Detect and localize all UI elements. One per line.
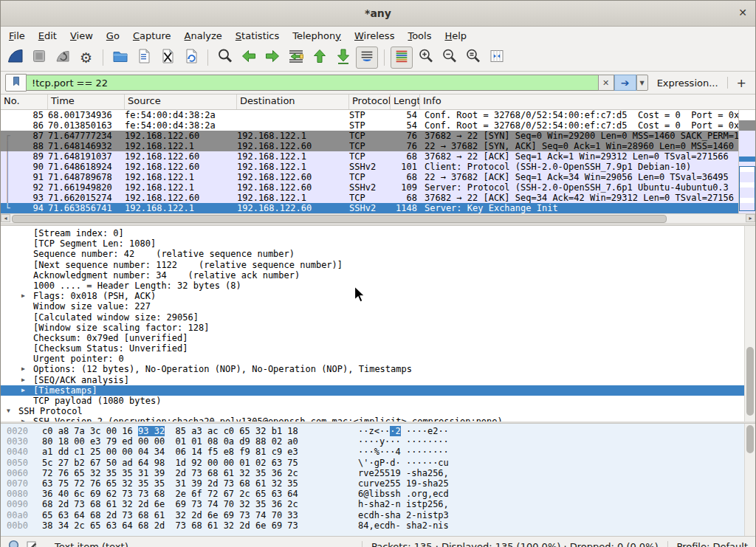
save-file-button[interactable] bbox=[133, 47, 154, 69]
find-packet-button[interactable] bbox=[214, 47, 236, 69]
bytes-scrollbar-thumb[interactable] bbox=[746, 425, 754, 453]
packet-list-hscrollbar[interactable]: ◂ ▸ bbox=[1, 213, 755, 223]
packet-row-90[interactable]: │9071.648618924192.168.122.60192.168.122… bbox=[1, 162, 738, 172]
close-icon[interactable]: ✕ bbox=[738, 7, 747, 18]
detail-line[interactable]: [Stream index: 0] bbox=[1, 228, 755, 238]
column-header-source[interactable]: Source bbox=[125, 94, 237, 109]
detail-line[interactable]: Window size value: 227 bbox=[1, 301, 755, 312]
menu-help[interactable]: Help bbox=[438, 29, 473, 43]
detail-line[interactable]: Urgent pointer: 0 bbox=[1, 354, 755, 364]
detail-line[interactable]: [Next sequence number: 1122 (relative se… bbox=[1, 260, 755, 270]
capture-options-button[interactable]: ⚙ bbox=[75, 47, 97, 69]
hex-row-0060[interactable]: 006072 76 65 32 35 35 31 39 2d 73 68 61 … bbox=[1, 468, 755, 478]
expander-right-icon[interactable]: ▶ bbox=[21, 416, 33, 422]
close-file-button[interactable] bbox=[157, 47, 178, 69]
filter-bookmark-button[interactable] bbox=[5, 74, 27, 92]
expander-right-icon[interactable]: ▶ bbox=[21, 385, 33, 396]
packet-row-89[interactable]: │8971.648191037192.168.122.60192.168.122… bbox=[1, 151, 738, 162]
column-header-no[interactable]: No. bbox=[1, 94, 48, 109]
menu-capture[interactable]: Capture bbox=[126, 29, 178, 43]
detail-line[interactable]: Acknowledgment number: 34 (relative ack … bbox=[1, 270, 755, 281]
packet-row-91[interactable]: │9171.648789678192.168.122.1192.168.122.… bbox=[1, 172, 738, 182]
column-header-time[interactable]: Time bbox=[48, 94, 125, 109]
menu-telephony[interactable]: Telephony bbox=[286, 29, 348, 43]
stop-capture-button[interactable] bbox=[28, 47, 49, 69]
resize-columns-button[interactable] bbox=[486, 47, 507, 69]
menu-analyze[interactable]: Analyze bbox=[178, 29, 229, 43]
detail-line[interactable]: ▶[Timestamps] bbox=[1, 385, 755, 396]
filter-clear-button[interactable]: ✕ bbox=[598, 75, 614, 91]
detail-line[interactable]: Sequence number: 42 (relative sequence n… bbox=[1, 249, 755, 259]
details-scrollbar[interactable] bbox=[744, 226, 755, 422]
go-last-packet-button[interactable] bbox=[332, 47, 354, 69]
detail-line[interactable]: [Window size scaling factor: 128] bbox=[1, 323, 755, 333]
filter-apply-button[interactable]: ➔ bbox=[614, 75, 636, 91]
expander-down-icon[interactable]: ▼ bbox=[7, 406, 18, 416]
go-forward-button[interactable] bbox=[261, 47, 283, 69]
restart-capture-button[interactable] bbox=[52, 47, 73, 69]
expander-right-icon[interactable]: ▶ bbox=[21, 291, 33, 301]
detail-line[interactable]: ▶SSH Version 2 (encryption:chacha20-poly… bbox=[1, 416, 755, 422]
go-first-packet-button[interactable] bbox=[309, 47, 330, 69]
detail-line[interactable]: 1000 .... = Header Length: 32 bytes (8) bbox=[1, 281, 755, 291]
hex-row-00b0[interactable]: 00b038 34 2c 65 63 64 68 2d 73 68 61 32 … bbox=[1, 520, 755, 531]
menu-wireless[interactable]: Wireless bbox=[348, 29, 401, 43]
menu-view[interactable]: View bbox=[63, 29, 100, 43]
go-back-button[interactable] bbox=[238, 47, 259, 69]
hscroll-thumb[interactable] bbox=[12, 215, 667, 223]
auto-scroll-button[interactable] bbox=[356, 47, 378, 69]
detail-line[interactable]: [TCP Segment Len: 1080] bbox=[1, 238, 755, 249]
go-to-packet-button[interactable] bbox=[285, 47, 306, 69]
packet-row-85[interactable]: 8568.001734936fe:54:00:d4:38:2aSTP54Conf… bbox=[1, 110, 738, 120]
title-bar[interactable]: *any ✕ bbox=[1, 1, 755, 27]
expert-info-icon[interactable] bbox=[8, 540, 19, 547]
detail-line[interactable]: ▶Options: (12 bytes), No-Operation (NOP)… bbox=[1, 364, 755, 374]
expression-button[interactable]: Expression... bbox=[657, 78, 718, 89]
menu-statistics[interactable]: Statistics bbox=[229, 29, 286, 43]
column-header-destination[interactable]: Destination bbox=[237, 94, 349, 109]
detail-line[interactable]: [Checksum Status: Unverified] bbox=[1, 343, 755, 354]
detail-line[interactable]: ▶Flags: 0x018 (PSH, ACK) bbox=[1, 291, 755, 301]
details-scrollbar-thumb[interactable] bbox=[746, 347, 754, 416]
detail-line[interactable]: [Calculated window size: 29056] bbox=[1, 312, 755, 323]
bytes-scrollbar[interactable] bbox=[744, 424, 755, 536]
menu-tools[interactable]: Tools bbox=[401, 29, 438, 43]
hex-row-0080[interactable]: 008036 40 6c 69 62 73 73 68 2e 6f 72 67 … bbox=[1, 489, 755, 499]
open-file-button[interactable] bbox=[109, 47, 131, 69]
column-header-protocol[interactable]: Protocol bbox=[349, 94, 391, 109]
hscroll-left-arrow-icon[interactable]: ◂ bbox=[1, 214, 10, 222]
hex-row-0020[interactable]: 0020c0 a8 7a 3c 00 16 93 32 85 a3 ac c0 … bbox=[1, 426, 755, 436]
filter-dropdown-button[interactable]: ▼ bbox=[636, 75, 648, 91]
packet-row-93[interactable]: │9371.662015274192.168.122.60192.168.122… bbox=[1, 193, 738, 203]
hex-row-0030[interactable]: 003080 18 00 e3 79 ed 00 00 01 01 08 0a … bbox=[1, 436, 755, 447]
expander-right-icon[interactable]: ▶ bbox=[21, 375, 33, 385]
packet-row-87[interactable]: ┌8771.647777234192.168.122.60192.168.122… bbox=[1, 131, 738, 141]
zoom-in-button[interactable] bbox=[415, 47, 436, 69]
menu-edit[interactable]: Edit bbox=[32, 29, 63, 43]
column-header-length[interactable]: Length bbox=[391, 94, 420, 109]
display-filter-input[interactable] bbox=[27, 75, 598, 91]
zoom-reset-button[interactable] bbox=[462, 47, 484, 69]
packet-row-88[interactable]: │8871.648146932192.168.122.1192.168.122.… bbox=[1, 141, 738, 151]
hscroll-right-arrow-icon[interactable]: ▸ bbox=[746, 214, 755, 222]
detail-line[interactable]: Checksum: 0x79ed [unverified] bbox=[1, 333, 755, 343]
menu-file[interactable]: File bbox=[2, 29, 32, 43]
packet-row-86[interactable]: 8670.013850163fe:54:00:d4:38:2aSTP54Conf… bbox=[1, 120, 738, 131]
detail-line[interactable]: ▶[SEQ/ACK analysis] bbox=[1, 375, 755, 385]
hex-row-0070[interactable]: 007063 75 72 76 65 32 35 35 31 39 2d 73 … bbox=[1, 478, 755, 489]
detail-line[interactable]: TCP payload (1080 bytes) bbox=[1, 396, 755, 406]
column-header-info[interactable]: Info bbox=[420, 94, 755, 109]
reload-file-button[interactable] bbox=[180, 47, 202, 69]
packet-row-92[interactable]: │9271.661949820192.168.122.1192.168.122.… bbox=[1, 182, 738, 193]
packet-list-scrollbar[interactable] bbox=[738, 110, 755, 213]
capture-comment-icon[interactable] bbox=[26, 540, 38, 547]
packet-row-94[interactable]: └9471.663856741192.168.122.1192.168.122.… bbox=[1, 203, 738, 213]
start-capture-button[interactable] bbox=[4, 47, 26, 69]
filter-add-button[interactable]: + bbox=[737, 76, 746, 90]
detail-line[interactable]: ▼SSH Protocol bbox=[1, 406, 755, 416]
profile-label[interactable]: Profile: Default bbox=[677, 541, 748, 547]
zoom-out-button[interactable] bbox=[439, 47, 460, 69]
hex-row-0050[interactable]: 00505c 27 b2 67 50 ad 64 98 1d 92 00 00 … bbox=[1, 458, 755, 468]
hex-row-0090[interactable]: 009068 2d 73 68 61 32 2d 6e 69 73 74 70 … bbox=[1, 499, 755, 509]
menu-go[interactable]: Go bbox=[100, 29, 126, 43]
